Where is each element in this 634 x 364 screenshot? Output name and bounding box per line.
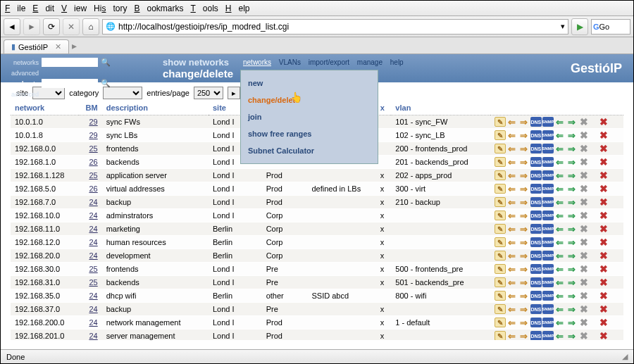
green-left-icon[interactable]: ⇐ (554, 224, 566, 234)
cell-network[interactable]: 192.168.20.0 (11, 249, 79, 263)
green-right-icon[interactable]: ⇒ (566, 170, 578, 180)
edit-icon[interactable]: ✎ (495, 117, 506, 127)
cell-network[interactable]: 192.168.11.0 (11, 222, 79, 236)
clear-icon[interactable]: ✖ (578, 318, 590, 327)
green-right-icon[interactable]: ⇒ (566, 130, 578, 140)
clear-icon[interactable]: ✖ (578, 277, 590, 287)
edit-icon[interactable]: ✎ (495, 304, 506, 314)
green-right-icon[interactable]: ⇒ (566, 211, 578, 220)
arrow-right-icon[interactable]: ⇒ (518, 237, 530, 247)
back-button[interactable]: ◄ (4, 18, 20, 35)
apply-button[interactable]: ▸ (228, 87, 240, 99)
dns-icon[interactable]: DNS (530, 331, 542, 340)
snmp-icon[interactable]: SNMP (542, 130, 554, 140)
arrow-left-icon[interactable]: ⇐ (506, 157, 518, 167)
cell-bm[interactable]: 24 (79, 330, 101, 341)
edit-icon[interactable]: ✎ (495, 224, 506, 234)
cell-network[interactable]: 192.168.37.0 (11, 303, 79, 316)
delete-icon[interactable]: ✖ (598, 304, 609, 314)
dns-icon[interactable]: DNS (530, 237, 542, 247)
clear-icon[interactable]: ✖ (578, 130, 590, 140)
cell-bm[interactable]: 24 (79, 249, 101, 263)
arrow-right-icon[interactable]: ⇒ (518, 331, 530, 340)
snmp-icon[interactable]: SNMP (542, 157, 554, 167)
clear-icon[interactable]: ✖ (578, 170, 590, 180)
snmp-icon[interactable]: SNMP (542, 331, 554, 340)
snmp-icon[interactable]: SNMP (542, 264, 554, 274)
cell-network[interactable]: 192.168.7.0 (11, 196, 79, 209)
green-left-icon[interactable]: ⇐ (554, 197, 566, 207)
cell-network[interactable]: 192.168.201.0 (11, 330, 79, 341)
dropdown-subnet-calc[interactable]: Subnet Calculator (241, 142, 378, 159)
edit-icon[interactable]: ✎ (495, 197, 506, 207)
clear-icon[interactable]: ✖ (578, 251, 590, 261)
dns-icon[interactable]: DNS (530, 144, 542, 153)
snmp-icon[interactable]: SNMP (542, 144, 554, 153)
dns-icon[interactable]: DNS (530, 211, 542, 220)
arrow-left-icon[interactable]: ⇐ (506, 304, 518, 314)
green-left-icon[interactable]: ⇐ (554, 117, 566, 127)
arrow-left-icon[interactable]: ⇐ (506, 318, 518, 327)
clear-icon[interactable]: ✖ (578, 211, 590, 220)
delete-icon[interactable]: ✖ (598, 211, 609, 220)
snmp-icon[interactable]: SNMP (542, 197, 554, 207)
cell-bm[interactable]: 24 (79, 196, 101, 209)
dns-icon[interactable]: DNS (530, 291, 542, 301)
arrow-left-icon[interactable]: ⇐ (506, 264, 518, 274)
arrow-left-icon[interactable]: ⇐ (506, 197, 518, 207)
nav-networks[interactable]: networks (243, 58, 271, 66)
green-right-icon[interactable]: ⇒ (566, 331, 578, 340)
go-button[interactable]: ▶ (571, 18, 588, 35)
green-left-icon[interactable]: ⇐ (554, 304, 566, 314)
cell-bm[interactable]: 29 (79, 115, 101, 129)
arrow-right-icon[interactable]: ⇒ (518, 197, 530, 207)
snmp-icon[interactable]: SNMP (542, 251, 554, 261)
cell-bm[interactable]: 24 (79, 289, 101, 303)
cell-network[interactable]: 192.168.5.0 (11, 182, 79, 196)
arrow-right-icon[interactable]: ⇒ (518, 117, 530, 127)
cell-network[interactable]: 192.168.10.0 (11, 209, 79, 222)
green-right-icon[interactable]: ⇒ (566, 224, 578, 234)
clear-icon[interactable]: ✖ (578, 264, 590, 274)
delete-icon[interactable]: ✖ (598, 184, 609, 194)
cell-network[interactable]: 192.168.35.0 (11, 289, 79, 303)
delete-icon[interactable]: ✖ (598, 117, 609, 127)
dropdown-join[interactable]: join (241, 108, 378, 125)
edit-icon[interactable]: ✎ (495, 291, 506, 301)
green-left-icon[interactable]: ⇐ (554, 144, 566, 153)
cell-bm[interactable]: 24 (79, 316, 101, 330)
green-right-icon[interactable]: ⇒ (566, 144, 578, 153)
snmp-icon[interactable]: SNMP (542, 318, 554, 327)
arrow-right-icon[interactable]: ⇒ (518, 170, 530, 180)
arrow-left-icon[interactable]: ⇐ (506, 144, 518, 153)
clear-icon[interactable]: ✖ (578, 144, 590, 153)
arrow-left-icon[interactable]: ⇐ (506, 277, 518, 287)
green-left-icon[interactable]: ⇐ (554, 211, 566, 220)
delete-icon[interactable]: ✖ (598, 144, 609, 153)
delete-icon[interactable]: ✖ (598, 237, 609, 247)
edit-icon[interactable]: ✎ (495, 130, 506, 140)
edit-icon[interactable]: ✎ (495, 237, 506, 247)
arrow-right-icon[interactable]: ⇒ (518, 251, 530, 261)
clear-icon[interactable]: ✖ (578, 331, 590, 340)
snmp-icon[interactable]: SNMP (542, 184, 554, 194)
nav-manage[interactable]: manage (357, 58, 383, 66)
menu-view[interactable]: View (61, 4, 87, 13)
green-right-icon[interactable]: ⇒ (566, 277, 578, 287)
delete-icon[interactable]: ✖ (598, 251, 609, 261)
arrow-right-icon[interactable]: ⇒ (518, 211, 530, 220)
cell-bm[interactable]: 25 (79, 276, 101, 289)
dns-icon[interactable]: DNS (530, 224, 542, 234)
url-input[interactable] (118, 22, 561, 32)
green-left-icon[interactable]: ⇐ (554, 130, 566, 140)
green-right-icon[interactable]: ⇒ (566, 291, 578, 301)
dns-icon[interactable]: DNS (530, 277, 542, 287)
green-right-icon[interactable]: ⇒ (566, 318, 578, 327)
arrow-right-icon[interactable]: ⇒ (518, 304, 530, 314)
arrow-right-icon[interactable]: ⇒ (518, 318, 530, 327)
snmp-icon[interactable]: SNMP (542, 211, 554, 220)
menu-edit[interactable]: Edit (32, 4, 54, 13)
arrow-right-icon[interactable]: ⇒ (518, 130, 530, 140)
arrow-right-icon[interactable]: ⇒ (518, 184, 530, 194)
arrow-right-icon[interactable]: ⇒ (518, 144, 530, 153)
